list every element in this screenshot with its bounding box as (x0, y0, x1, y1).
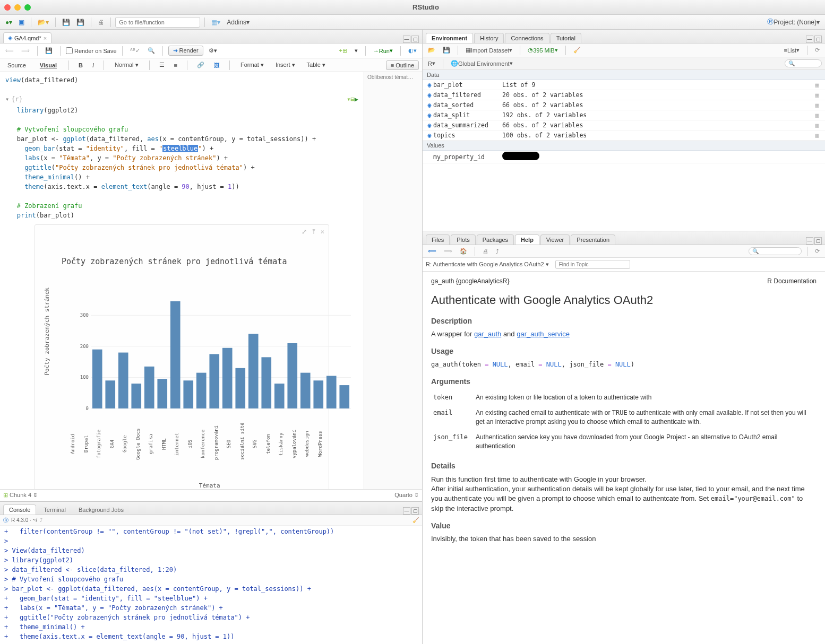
help-home-icon[interactable]: 🏠 (458, 247, 469, 256)
help-refresh-icon[interactable]: ⟳ (813, 247, 822, 256)
help-topic-dropdown[interactable]: R: Authenticate with Google Analytics OA… (426, 261, 549, 268)
chunk-menu-icon[interactable]: ▾ (353, 46, 360, 55)
help-popout-icon[interactable]: ⤴ (494, 247, 501, 256)
load-ws-icon[interactable]: 📂 (426, 46, 437, 55)
view-table-icon[interactable]: ▦ (812, 91, 822, 99)
tab-presentation[interactable]: Presentation (571, 234, 615, 245)
italic-icon[interactable]: I (90, 61, 96, 69)
help-back-icon[interactable]: ⟸ (426, 247, 439, 256)
help-maximize-icon[interactable]: ▢ (814, 237, 822, 245)
plot-popout-icon[interactable]: ⤒ (311, 227, 316, 237)
fwd-arrow-icon[interactable]: ⟹ (19, 46, 32, 55)
source-minimize-icon[interactable]: — (403, 36, 410, 43)
console-minimize-icon[interactable]: — (403, 507, 410, 515)
tab-terminal[interactable]: Terminal (38, 505, 71, 515)
spellcheck-icon[interactable]: ᴬᴮ✓ (128, 46, 142, 55)
tab-packages[interactable]: Packages (477, 234, 514, 245)
help-search-input[interactable] (749, 247, 802, 255)
addins-menu[interactable]: Addins ▾ (225, 18, 252, 27)
view-table-icon[interactable]: ▦ (812, 132, 822, 139)
chunk-run-above-icon[interactable]: ▾⊟ (347, 94, 354, 104)
bold-icon[interactable]: B (76, 61, 85, 69)
console-output[interactable]: + filter(contentGroup != "", contentGrou… (0, 526, 422, 644)
env-row[interactable]: ◉bar_plotList of 9▦ (423, 80, 825, 90)
chunk-collapse-icon[interactable]: ▾ (5, 94, 9, 104)
plot-close-icon[interactable]: × (321, 227, 324, 237)
new-project-icon[interactable]: ▣ (16, 18, 27, 27)
view-table-icon[interactable]: ▦ (812, 101, 822, 109)
save-all-icon[interactable]: 💾 (74, 18, 87, 27)
publish-icon[interactable]: ◐▾ (406, 46, 419, 55)
tab-connections[interactable]: Connections (505, 33, 549, 43)
print-icon[interactable]: 🖨 (96, 18, 106, 27)
back-arrow-icon[interactable]: ⟸ (3, 46, 16, 55)
format-menu[interactable]: Format ▾ (237, 60, 267, 69)
outline-item[interactable]: Oblíbenost témat… (367, 74, 419, 80)
console-popout-icon[interactable]: ⤴ (40, 517, 42, 523)
grid-icon[interactable]: ▦▾ (209, 18, 222, 27)
env-maximize-icon[interactable]: ▢ (814, 36, 822, 43)
chunk-selector[interactable]: Chunk 4 ⇕ (10, 492, 38, 499)
tab-bgjobs[interactable]: Background Jobs (73, 505, 129, 515)
style-dropdown[interactable]: Normal ▾ (111, 60, 142, 69)
link-gar-auth-service[interactable]: gar_auth_service (517, 330, 570, 338)
lang-menu[interactable]: R ▾ (426, 59, 437, 68)
tab-help[interactable]: Help (515, 234, 539, 245)
chunk-add-icon[interactable]: +⊞ (337, 46, 349, 55)
env-row[interactable]: ◉data_summarized66 obs. of 2 variables▦ (423, 120, 825, 130)
view-table-icon[interactable]: ▦ (812, 121, 822, 129)
console-clear-icon[interactable]: 🧹 (413, 517, 419, 523)
env-row[interactable]: ◉topics100 obs. of 2 variables▦ (423, 130, 825, 141)
tab-history[interactable]: History (474, 33, 504, 43)
tab-environment[interactable]: Environment (426, 33, 473, 43)
link-icon[interactable]: 🔗 (195, 60, 207, 69)
close-window-icon[interactable] (4, 4, 11, 11)
outline-toggle[interactable]: ≡ Outline (386, 60, 419, 70)
env-search-input[interactable] (785, 59, 822, 67)
chunk-run-icon[interactable]: ▶ (355, 94, 358, 104)
broom-icon[interactable]: 🧹 (571, 46, 583, 55)
project-menu[interactable]: Ⓡ Project: (None) ▾ (765, 16, 822, 28)
insert-menu[interactable]: Insert ▾ (272, 60, 298, 69)
refresh-icon[interactable]: ⟳ (813, 46, 822, 55)
find-icon[interactable]: 🔍 (145, 46, 157, 55)
help-fwd-icon[interactable]: ⟹ (442, 247, 454, 256)
mode-visual[interactable]: Visual (36, 60, 61, 70)
view-table-icon[interactable]: ▦ (812, 111, 822, 119)
source-maximize-icon[interactable]: ▢ (411, 36, 419, 43)
env-row[interactable]: ◉data_sorted66 obs. of 2 variables▦ (423, 100, 825, 110)
import-dataset-menu[interactable]: ▦ Import Dataset ▾ (463, 46, 514, 55)
tab-files[interactable]: Files (426, 234, 450, 245)
tab-viewer[interactable]: Viewer (540, 234, 570, 245)
render-options-dropdown[interactable]: ⚙▾ (207, 46, 219, 55)
help-minimize-icon[interactable]: — (806, 237, 813, 245)
file-tab[interactable]: ◈ GA4.qmd* × (3, 32, 51, 43)
table-menu[interactable]: Table ▾ (304, 60, 329, 69)
mode-source[interactable]: Source (3, 60, 30, 70)
image-icon[interactable]: 🖼 (212, 61, 222, 69)
help-find-input[interactable] (555, 260, 630, 269)
goto-file-input[interactable] (115, 17, 200, 28)
view-table-icon[interactable]: ▦ (812, 81, 822, 89)
env-row[interactable]: my_property_id (423, 151, 825, 163)
scope-menu[interactable]: 🌐 Global Environment ▾ (449, 59, 515, 68)
plot-zoomout-icon[interactable]: ⤢ (302, 227, 307, 237)
save-icon[interactable]: 💾 (60, 18, 72, 27)
save-ws-icon[interactable]: 💾 (441, 46, 452, 55)
tab-console[interactable]: Console (3, 504, 36, 515)
quarto-label[interactable]: Quarto ⇕ (394, 492, 419, 499)
code-editor[interactable]: view(data_filtered) ▾{r}▾⊟ ▶ library(ggp… (0, 72, 364, 489)
list-number-icon[interactable]: ≡ (172, 61, 179, 69)
env-row[interactable]: ◉data_filtered20 obs. of 2 variables▦ (423, 90, 825, 100)
list-bullet-icon[interactable]: ☰ (157, 60, 167, 69)
link-gar-auth[interactable]: gar_auth (474, 330, 501, 338)
tab-tutorial[interactable]: Tutorial (551, 33, 581, 43)
list-view-menu[interactable]: ≡ List ▾ (781, 46, 802, 55)
render-button[interactable]: ➜ Render (168, 46, 203, 56)
close-tab-icon[interactable]: × (44, 35, 47, 41)
open-file-icon[interactable]: 📂▾ (36, 18, 51, 27)
render-on-save-checkbox[interactable]: Render on Save (66, 47, 117, 54)
env-row[interactable]: ◉data_split192 obs. of 2 variables▦ (423, 110, 825, 120)
run-button[interactable]: →Run ▾ (371, 46, 395, 55)
save-file-icon[interactable]: 💾 (43, 46, 55, 55)
